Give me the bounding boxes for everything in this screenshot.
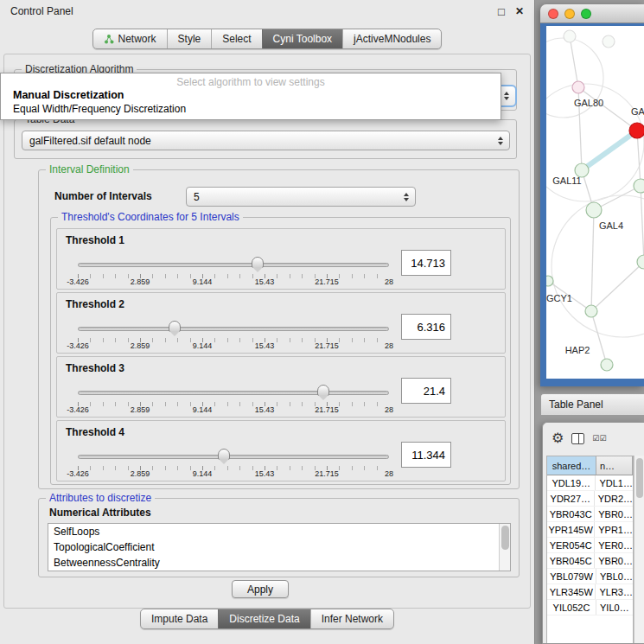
network-edge[interactable]	[637, 131, 641, 186]
table-cell[interactable]: YER054C	[547, 538, 595, 552]
attributes-scrollbar[interactable]	[499, 524, 510, 571]
tab-select[interactable]: Select	[211, 29, 261, 48]
table-panel-window: ⚙ ☑☑ shared… n… YDL19…YDL1…YDR27…YDR2…YB…	[542, 422, 644, 644]
table-row[interactable]: YDR27…YDR2…	[547, 491, 633, 507]
table-row[interactable]: YBR043CYBR0…	[547, 507, 633, 522]
close-traffic-light-icon[interactable]	[548, 9, 558, 19]
slider-thumb[interactable]	[317, 385, 329, 396]
attribute-item[interactable]: TopologicalCoefficient	[48, 539, 510, 555]
network-edge[interactable]	[591, 311, 607, 365]
table-cell[interactable]: YBR043C	[547, 507, 595, 521]
main-tabs-row: Network Style Select Cyni Toolbox jActiv…	[0, 29, 534, 49]
tab-network[interactable]: Network	[93, 29, 167, 48]
network-edge[interactable]	[641, 186, 644, 262]
table-cell[interactable]: YER0…	[595, 538, 633, 552]
tab-discretize-data[interactable]: Discretize Data	[218, 609, 309, 628]
threshold-value-field[interactable]: 11.344	[401, 442, 451, 468]
threshold-value-field[interactable]: 6.316	[401, 314, 451, 340]
network-node[interactable]	[564, 30, 576, 42]
table-cell[interactable]: YBL079W	[547, 569, 596, 583]
tab-style[interactable]: Style	[167, 29, 212, 48]
zoom-traffic-light-icon[interactable]	[581, 9, 591, 19]
network-window-titlebar[interactable]	[540, 4, 644, 23]
table-row[interactable]: YBL079WYBL0…	[547, 569, 633, 584]
float-icon[interactable]: □	[498, 6, 505, 17]
table-scrollbar[interactable]	[634, 456, 644, 643]
network-canvas[interactable]: GAL80GAGAL11GAL4GCY1HAP2	[546, 26, 644, 379]
table-cell[interactable]: YDL1…	[596, 475, 633, 490]
slider-track[interactable]	[78, 391, 389, 395]
network-edge[interactable]	[578, 87, 637, 131]
table-row[interactable]: YPR145WYPR1…	[547, 522, 633, 538]
scale-label: 2.859	[131, 341, 150, 350]
minimize-traffic-light-icon[interactable]	[564, 9, 575, 19]
scrollbar-thumb[interactable]	[501, 526, 509, 550]
gear-icon[interactable]: ⚙	[552, 431, 564, 445]
threshold-slider[interactable]	[78, 257, 389, 279]
network-node[interactable]	[634, 179, 644, 193]
table-data-select[interactable]: galFiltered.sif default node	[22, 131, 510, 150]
table-cell[interactable]: YLR3…	[596, 584, 633, 599]
table-cell[interactable]: YPR1…	[595, 522, 633, 537]
attributes-group: Attributes to discretize Numerical Attri…	[38, 498, 520, 577]
scale-label: 21.715	[315, 341, 339, 350]
network-node[interactable]	[546, 276, 553, 286]
network-node[interactable]	[585, 305, 597, 317]
network-node[interactable]	[629, 123, 644, 138]
apply-button[interactable]: Apply	[232, 580, 289, 598]
table-cell[interactable]: YDR2…	[595, 491, 633, 506]
attribute-item[interactable]: BetweennessCentrality	[48, 555, 510, 571]
network-edge[interactable]	[591, 262, 644, 311]
slider-track[interactable]	[78, 263, 389, 267]
network-node[interactable]	[603, 35, 615, 48]
columns-icon[interactable]	[571, 433, 584, 444]
network-edge[interactable]	[570, 36, 578, 87]
threshold-value-field[interactable]: 14.713	[401, 250, 451, 276]
table-panel-titlebar[interactable]: Table Panel	[540, 393, 644, 416]
slider-track[interactable]	[78, 455, 389, 459]
table-cell[interactable]: YIL052C	[547, 600, 596, 615]
table-row[interactable]: YLR345WYLR3…	[547, 584, 633, 600]
table-cell[interactable]: YBL0…	[596, 569, 633, 583]
slider-track[interactable]	[78, 327, 389, 331]
table-row[interactable]: YDL19…YDL1…	[547, 475, 633, 491]
threshold-slider[interactable]	[78, 385, 389, 407]
table-cell[interactable]: YDR27…	[547, 491, 595, 506]
table-row[interactable]: YBR045CYBR0…	[547, 553, 633, 569]
scale-label: -3.426	[67, 341, 89, 350]
table-row[interactable]: YER054CYER0…	[547, 538, 633, 553]
column-header-name[interactable]: n…	[596, 456, 633, 475]
table-cell[interactable]: YDL19…	[547, 475, 596, 490]
slider-thumb[interactable]	[252, 257, 264, 268]
table-cell[interactable]: YBR0…	[595, 507, 633, 521]
table-row[interactable]: YIL052CYIL0…	[547, 600, 633, 615]
threshold-slider[interactable]	[78, 449, 389, 471]
slider-thumb[interactable]	[169, 321, 181, 332]
algorithm-option[interactable]: Equal Width/Frequency Discretization	[1, 102, 501, 116]
scrollbar-thumb[interactable]	[636, 458, 643, 498]
close-icon[interactable]: ✕	[515, 6, 524, 16]
tab-cyni-toolbox[interactable]: Cyni Toolbox	[262, 29, 342, 48]
network-edge-thick[interactable]	[582, 131, 637, 170]
network-node[interactable]	[601, 359, 613, 371]
threshold-value-field[interactable]: 21.4	[401, 378, 451, 404]
network-node[interactable]	[572, 81, 584, 93]
network-edge[interactable]	[591, 210, 594, 311]
column-header-shared[interactable]: shared…	[547, 456, 596, 475]
tab-impute-data[interactable]: Impute Data	[141, 609, 218, 628]
table-cell[interactable]: YBR0…	[595, 553, 633, 568]
select-columns-icon[interactable]: ☑☑	[592, 434, 606, 443]
slider-thumb[interactable]	[218, 449, 230, 460]
threshold-slider[interactable]	[78, 321, 389, 343]
attribute-item[interactable]: SelfLoops	[48, 524, 510, 539]
algorithm-option[interactable]: Manual Discretization	[1, 88, 501, 102]
table-cell[interactable]: YPR145W	[547, 522, 595, 537]
number-of-intervals-select[interactable]: 5	[186, 187, 416, 207]
table-cell[interactable]: YBR045C	[547, 553, 595, 568]
network-node[interactable]	[586, 202, 602, 218]
tab-infer-network[interactable]: Infer Network	[310, 609, 393, 628]
table-cell[interactable]: YIL0…	[596, 600, 633, 615]
tab-jactivemnodules[interactable]: jActiveMNodules	[342, 29, 441, 48]
table-cell[interactable]: YLR345W	[547, 584, 596, 599]
combo-arrows-icon	[498, 137, 503, 145]
